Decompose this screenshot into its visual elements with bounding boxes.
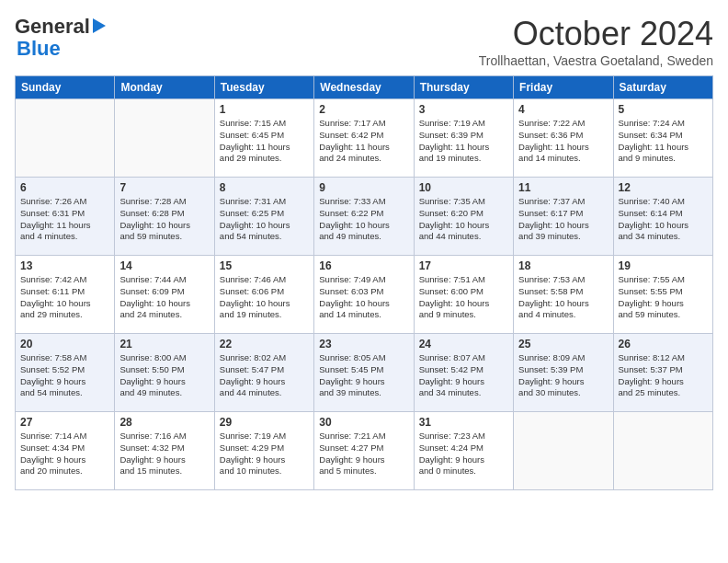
calendar-cell: 16Sunrise: 7:49 AM Sunset: 6:03 PM Dayli…	[314, 256, 414, 334]
cell-info: Sunrise: 7:17 AM Sunset: 6:42 PM Dayligh…	[319, 118, 408, 165]
day-of-week-header: Sunday	[16, 76, 115, 99]
cell-info: Sunrise: 7:14 AM Sunset: 4:34 PM Dayligh…	[20, 431, 109, 477]
day-number: 26	[619, 338, 708, 350]
cell-info: Sunrise: 7:19 AM Sunset: 4:29 PM Dayligh…	[220, 431, 309, 477]
cell-info: Sunrise: 7:28 AM Sunset: 6:28 PM Dayligh…	[119, 196, 209, 243]
location-title: Trollhaettan, Vaestra Goetaland, Sweden	[479, 53, 713, 68]
calendar-cell: 20Sunrise: 7:58 AM Sunset: 5:52 PM Dayli…	[16, 334, 115, 412]
cell-info: Sunrise: 7:19 AM Sunset: 6:39 PM Dayligh…	[419, 118, 508, 165]
cell-info: Sunrise: 8:12 AM Sunset: 5:37 PM Dayligh…	[619, 352, 708, 399]
cell-info: Sunrise: 7:15 AM Sunset: 6:45 PM Dayligh…	[220, 118, 309, 165]
day-number: 16	[319, 259, 408, 272]
cell-info: Sunrise: 7:46 AM Sunset: 6:06 PM Dayligh…	[220, 274, 309, 321]
day-number: 25	[518, 338, 608, 350]
calendar-cell: 4Sunrise: 7:22 AM Sunset: 6:36 PM Daylig…	[514, 99, 613, 178]
day-number: 9	[319, 181, 408, 194]
cell-info: Sunrise: 8:09 AM Sunset: 5:39 PM Dayligh…	[518, 352, 608, 399]
calendar-cell: 18Sunrise: 7:53 AM Sunset: 5:58 PM Dayli…	[514, 256, 613, 334]
calendar-cell: 30Sunrise: 7:21 AM Sunset: 4:27 PM Dayli…	[314, 412, 414, 490]
day-of-week-header: Tuesday	[214, 76, 313, 99]
day-number: 7	[119, 181, 209, 194]
day-of-week-header: Monday	[115, 76, 214, 99]
calendar-cell: 28Sunrise: 7:16 AM Sunset: 4:32 PM Dayli…	[115, 412, 214, 490]
calendar-cell: 11Sunrise: 7:37 AM Sunset: 6:17 PM Dayli…	[514, 178, 613, 256]
day-number: 11	[518, 181, 608, 194]
calendar-cell: 27Sunrise: 7:14 AM Sunset: 4:34 PM Dayli…	[16, 412, 115, 490]
calendar-cell: 21Sunrise: 8:00 AM Sunset: 5:50 PM Dayli…	[115, 334, 214, 412]
cell-info: Sunrise: 7:22 AM Sunset: 6:36 PM Dayligh…	[518, 118, 608, 165]
calendar-cell: 25Sunrise: 8:09 AM Sunset: 5:39 PM Dayli…	[514, 334, 613, 412]
day-number: 20	[20, 338, 109, 350]
cell-info: Sunrise: 7:40 AM Sunset: 6:14 PM Dayligh…	[619, 196, 708, 243]
calendar-cell: 6Sunrise: 7:26 AM Sunset: 6:31 PM Daylig…	[16, 178, 115, 256]
day-number: 3	[419, 103, 508, 116]
logo: General Blue	[15, 15, 106, 61]
calendar-cell: 22Sunrise: 8:02 AM Sunset: 5:47 PM Dayli…	[214, 334, 313, 412]
cell-info: Sunrise: 7:58 AM Sunset: 5:52 PM Dayligh…	[20, 352, 109, 399]
calendar-cell: 5Sunrise: 7:24 AM Sunset: 6:34 PM Daylig…	[613, 99, 712, 178]
day-number: 28	[119, 416, 209, 429]
cell-info: Sunrise: 7:37 AM Sunset: 6:17 PM Dayligh…	[518, 196, 608, 243]
day-of-week-header: Friday	[514, 76, 613, 99]
calendar-cell: 15Sunrise: 7:46 AM Sunset: 6:06 PM Dayli…	[214, 256, 313, 334]
calendar-week-row: 13Sunrise: 7:42 AM Sunset: 6:11 PM Dayli…	[16, 256, 713, 334]
page-header: General Blue October 2024 Trollhaettan, …	[15, 15, 713, 68]
day-number: 31	[419, 416, 508, 429]
day-number: 10	[419, 181, 508, 194]
day-number: 24	[419, 338, 508, 350]
cell-info: Sunrise: 8:05 AM Sunset: 5:45 PM Dayligh…	[319, 352, 408, 399]
cell-info: Sunrise: 7:42 AM Sunset: 6:11 PM Dayligh…	[20, 274, 109, 321]
logo-arrow-icon	[93, 18, 106, 37]
calendar-cell: 23Sunrise: 8:05 AM Sunset: 5:45 PM Dayli…	[314, 334, 414, 412]
month-title: October 2024	[479, 15, 713, 53]
day-number: 22	[220, 338, 309, 350]
cell-info: Sunrise: 7:21 AM Sunset: 4:27 PM Dayligh…	[319, 431, 408, 477]
calendar-week-row: 20Sunrise: 7:58 AM Sunset: 5:52 PM Dayli…	[16, 334, 713, 412]
day-number: 30	[319, 416, 408, 429]
calendar-cell: 17Sunrise: 7:51 AM Sunset: 6:00 PM Dayli…	[414, 256, 513, 334]
day-number: 12	[619, 181, 708, 194]
day-number: 27	[20, 416, 109, 429]
day-number: 13	[20, 259, 109, 272]
day-number: 5	[619, 103, 708, 116]
day-number: 6	[20, 181, 109, 194]
day-number: 17	[419, 259, 508, 272]
cell-info: Sunrise: 7:16 AM Sunset: 4:32 PM Dayligh…	[119, 431, 209, 477]
calendar-cell	[613, 412, 712, 490]
cell-info: Sunrise: 8:02 AM Sunset: 5:47 PM Dayligh…	[220, 352, 309, 399]
day-number: 23	[319, 338, 408, 350]
logo-general-text: General	[15, 15, 90, 39]
calendar-cell: 14Sunrise: 7:44 AM Sunset: 6:09 PM Dayli…	[115, 256, 214, 334]
calendar-cell: 3Sunrise: 7:19 AM Sunset: 6:39 PM Daylig…	[414, 99, 513, 178]
logo-blue-text: Blue	[17, 37, 61, 61]
calendar-cell	[115, 99, 214, 178]
day-number: 15	[220, 259, 309, 272]
svg-marker-0	[93, 18, 106, 33]
day-of-week-header: Saturday	[613, 76, 712, 99]
calendar-cell: 13Sunrise: 7:42 AM Sunset: 6:11 PM Dayli…	[16, 256, 115, 334]
calendar-week-row: 27Sunrise: 7:14 AM Sunset: 4:34 PM Dayli…	[16, 412, 713, 490]
cell-info: Sunrise: 7:26 AM Sunset: 6:31 PM Dayligh…	[20, 196, 109, 243]
title-block: October 2024 Trollhaettan, Vaestra Goeta…	[479, 15, 713, 68]
cell-info: Sunrise: 7:33 AM Sunset: 6:22 PM Dayligh…	[319, 196, 408, 243]
cell-info: Sunrise: 7:53 AM Sunset: 5:58 PM Dayligh…	[518, 274, 608, 321]
day-number: 29	[220, 416, 309, 429]
calendar-cell	[16, 99, 115, 178]
cell-info: Sunrise: 7:35 AM Sunset: 6:20 PM Dayligh…	[419, 196, 508, 243]
calendar-cell: 24Sunrise: 8:07 AM Sunset: 5:42 PM Dayli…	[414, 334, 513, 412]
cell-info: Sunrise: 7:55 AM Sunset: 5:55 PM Dayligh…	[619, 274, 708, 321]
calendar-cell: 29Sunrise: 7:19 AM Sunset: 4:29 PM Dayli…	[214, 412, 313, 490]
cell-info: Sunrise: 7:49 AM Sunset: 6:03 PM Dayligh…	[319, 274, 408, 321]
day-number: 2	[319, 103, 408, 116]
calendar-week-row: 6Sunrise: 7:26 AM Sunset: 6:31 PM Daylig…	[16, 178, 713, 256]
calendar-cell: 19Sunrise: 7:55 AM Sunset: 5:55 PM Dayli…	[613, 256, 712, 334]
calendar-cell: 2Sunrise: 7:17 AM Sunset: 6:42 PM Daylig…	[314, 99, 414, 178]
calendar-cell: 12Sunrise: 7:40 AM Sunset: 6:14 PM Dayli…	[613, 178, 712, 256]
cell-info: Sunrise: 7:24 AM Sunset: 6:34 PM Dayligh…	[619, 118, 708, 165]
calendar-cell: 10Sunrise: 7:35 AM Sunset: 6:20 PM Dayli…	[414, 178, 513, 256]
day-number: 8	[220, 181, 309, 194]
cell-info: Sunrise: 7:44 AM Sunset: 6:09 PM Dayligh…	[119, 274, 209, 321]
day-of-week-header: Wednesday	[314, 76, 414, 99]
cell-info: Sunrise: 8:07 AM Sunset: 5:42 PM Dayligh…	[419, 352, 508, 399]
calendar-cell: 7Sunrise: 7:28 AM Sunset: 6:28 PM Daylig…	[115, 178, 214, 256]
